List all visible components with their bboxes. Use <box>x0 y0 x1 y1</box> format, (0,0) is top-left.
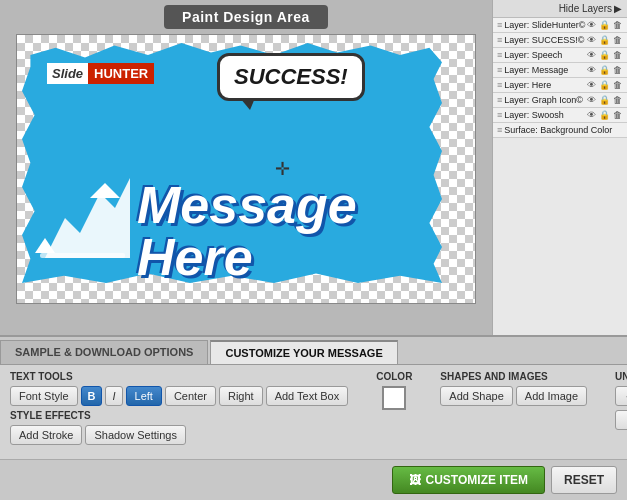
main-container: Paint Design Area Slide HUNTER SUCCESS! <box>0 0 627 500</box>
svg-rect-3 <box>40 253 125 258</box>
layers-header: Hide Layers ▶ <box>493 0 627 18</box>
eye-icon[interactable]: 👁 <box>586 80 597 90</box>
customize-item-button[interactable]: 🖼 CUSTOMIZE ITEM <box>392 466 545 494</box>
layer-name: Surface: Background Color <box>504 125 623 135</box>
shapes-section: Shapes and Images Add Shape Add Image <box>440 371 587 453</box>
eye-icon[interactable]: 👁 <box>586 65 597 75</box>
top-area: Paint Design Area Slide HUNTER SUCCESS! <box>0 0 627 335</box>
layer-name: Layer: Graph Icon© <box>504 95 586 105</box>
delete-icon[interactable]: 🗑 <box>612 80 623 90</box>
layer-icons: 👁 🔒 🗑 <box>586 20 623 30</box>
hide-layers-arrow: ▶ <box>614 3 622 14</box>
drag-handle: ≡ <box>497 20 502 30</box>
message-line1: Message <box>137 179 357 231</box>
layer-name: Layer: SlideHunter© <box>504 20 586 30</box>
layer-item[interactable]: ≡ Layer: SUCCESS!© 👁 🔒 🗑 <box>493 33 627 48</box>
add-text-box-button[interactable]: Add Text Box <box>266 386 349 406</box>
eye-icon[interactable]: 👁 <box>586 50 597 60</box>
lock-icon[interactable]: 🔒 <box>598 110 611 120</box>
layer-icons: 👁 🔒 🗑 <box>586 35 623 45</box>
drag-handle: ≡ <box>497 50 502 60</box>
slide-hunter-logo: Slide HUNTER <box>47 63 154 84</box>
align-right-button[interactable]: Right <box>219 386 263 406</box>
layer-name: Layer: Speech <box>504 50 586 60</box>
delete-icon[interactable]: 🗑 <box>612 95 623 105</box>
lock-icon[interactable]: 🔒 <box>598 95 611 105</box>
customize-item-label: CUSTOMIZE ITEM <box>426 473 528 487</box>
message-text: Message Here <box>137 179 357 283</box>
delete-icon[interactable]: 🗑 <box>612 110 623 120</box>
svg-marker-0 <box>45 178 130 258</box>
layer-icons: 👁 🔒 🗑 <box>586 65 623 75</box>
layer-icons: 👁 🔒 🗑 <box>586 110 623 120</box>
layer-item-surface[interactable]: ≡ Surface: Background Color <box>493 123 627 138</box>
hunter-text: HUNTER <box>88 63 154 84</box>
layer-icons: 👁 🔒 🗑 <box>586 50 623 60</box>
layer-name: Layer: Swoosh <box>504 110 586 120</box>
text-tools-row: Font Style B I Left Center Right Add Tex… <box>10 386 348 406</box>
canvas-title: Paint Design Area <box>164 5 328 29</box>
graph-icon <box>35 168 130 278</box>
layer-item[interactable]: ≡ Layer: SlideHunter© 👁 🔒 🗑 <box>493 18 627 33</box>
duplicate-row: + Duplicate Item <box>615 410 627 430</box>
layers-list: ≡ Layer: SlideHunter© 👁 🔒 🗑 ≡ Layer: SUC… <box>493 18 627 138</box>
duplicate-button[interactable]: + Duplicate Item <box>615 410 627 430</box>
lock-icon[interactable]: 🔒 <box>598 50 611 60</box>
drag-handle: ≡ <box>497 35 502 45</box>
color-label: Color <box>376 371 412 382</box>
bottom-panel: SAMPLE & DOWNLOAD OPTIONS CUSTOMIZE YOUR… <box>0 335 627 500</box>
tab-customize[interactable]: CUSTOMIZE YOUR MESSAGE <box>210 340 397 364</box>
layer-name: Layer: Here <box>504 80 586 90</box>
undo-redo-label: Undo/Redo <box>615 371 627 382</box>
reset-button[interactable]: RESET <box>551 466 617 494</box>
eye-icon[interactable]: 👁 <box>586 35 597 45</box>
eye-icon[interactable]: 👁 <box>586 110 597 120</box>
drag-handle: ≡ <box>497 95 502 105</box>
text-tools-label: Text Tools <box>10 371 348 382</box>
add-shape-button[interactable]: Add Shape <box>440 386 512 406</box>
message-line2: Here <box>137 231 357 283</box>
hide-layers-label: Hide Layers <box>559 3 612 14</box>
align-center-button[interactable]: Center <box>165 386 216 406</box>
align-left-button[interactable]: Left <box>126 386 162 406</box>
tab-sample[interactable]: SAMPLE & DOWNLOAD OPTIONS <box>0 340 208 364</box>
controls-area: Text Tools Font Style B I Left Center Ri… <box>0 365 627 459</box>
shapes-row: Add Shape Add Image <box>440 386 587 406</box>
style-effects-row: Add Stroke Shadow Settings <box>10 425 348 445</box>
lock-icon[interactable]: 🔒 <box>598 65 611 75</box>
delete-icon[interactable]: 🗑 <box>612 20 623 30</box>
layer-item[interactable]: ≡ Layer: Message 👁 🔒 🗑 <box>493 63 627 78</box>
layer-name: Layer: SUCCESS!© <box>504 35 586 45</box>
layer-icons: 👁 🔒 🗑 <box>586 80 623 90</box>
undo-button[interactable]: ◄ Undo <box>615 386 627 406</box>
delete-icon[interactable]: 🗑 <box>612 35 623 45</box>
hide-layers-button[interactable]: Hide Layers ▶ <box>559 3 622 14</box>
lock-icon[interactable]: 🔒 <box>598 80 611 90</box>
layer-item[interactable]: ≡ Layer: Swoosh 👁 🔒 🗑 <box>493 108 627 123</box>
customize-icon: 🖼 <box>409 473 421 487</box>
slide-text: Slide <box>47 63 88 84</box>
lock-icon[interactable]: 🔒 <box>598 20 611 30</box>
italic-button[interactable]: I <box>105 386 122 406</box>
drag-handle: ≡ <box>497 65 502 75</box>
eye-icon[interactable]: 👁 <box>586 20 597 30</box>
color-swatch[interactable] <box>382 386 406 410</box>
layer-item[interactable]: ≡ Layer: Speech 👁 🔒 🗑 <box>493 48 627 63</box>
add-stroke-button[interactable]: Add Stroke <box>10 425 82 445</box>
canvas-wrapper: Paint Design Area Slide HUNTER SUCCESS! <box>0 0 492 335</box>
add-image-button[interactable]: Add Image <box>516 386 587 406</box>
text-tools-section: Text Tools Font Style B I Left Center Ri… <box>10 371 348 453</box>
layer-item[interactable]: ≡ Layer: Graph Icon© 👁 🔒 🗑 <box>493 93 627 108</box>
lock-icon[interactable]: 🔒 <box>598 35 611 45</box>
speech-bubble: SUCCESS! <box>217 53 365 101</box>
action-bar: 🖼 CUSTOMIZE ITEM RESET <box>0 459 627 500</box>
delete-icon[interactable]: 🗑 <box>612 50 623 60</box>
delete-icon[interactable]: 🗑 <box>612 65 623 75</box>
font-style-button[interactable]: Font Style <box>10 386 78 406</box>
layer-item[interactable]: ≡ Layer: Here 👁 🔒 🗑 <box>493 78 627 93</box>
canvas-area[interactable]: Slide HUNTER SUCCESS! Message Here <box>16 34 476 304</box>
bold-button[interactable]: B <box>81 386 103 406</box>
move-cursor-icon: ✛ <box>275 158 290 180</box>
eye-icon[interactable]: 👁 <box>586 95 597 105</box>
shadow-settings-button[interactable]: Shadow Settings <box>85 425 186 445</box>
